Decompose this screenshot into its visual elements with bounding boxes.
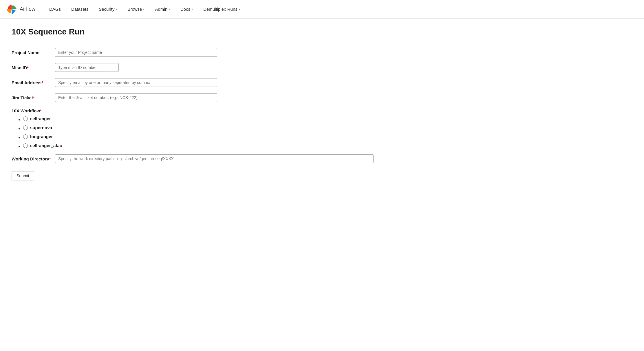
miso-id-row: Miso ID* [12,63,394,72]
working-directory-label: Working Directory* [12,156,52,161]
nav-docs[interactable]: Docs▾ [175,0,198,19]
project-name-input[interactable] [55,48,217,57]
admin-dropdown-arrow: ▾ [169,8,170,11]
nav-admin[interactable]: Admin▾ [150,0,175,19]
jira-ticket-row: Jira Ticket* [12,93,394,102]
nav-logo-text: Airflow [20,6,35,12]
project-name-row: Project Name [12,48,394,57]
jira-ticket-input[interactable] [55,93,217,102]
jira-ticket-label: Jira Ticket* [12,95,52,100]
workflow-longranger-option[interactable]: longranger [23,134,394,139]
list-item: cellranger [23,116,394,121]
miso-id-input[interactable] [55,63,119,72]
main-content: 10X Sequence Run Project Name Miso ID* E… [0,19,405,189]
list-item: longranger [23,134,394,139]
demultiplex-dropdown-arrow: ▾ [239,8,240,11]
nav-logo[interactable]: Airflow [6,3,35,15]
working-directory-row: Working Directory* [12,154,394,163]
nav-dags[interactable]: DAGs [44,0,66,19]
nav-browse[interactable]: Browse▾ [122,0,150,19]
project-name-label: Project Name [12,50,52,55]
list-item: cellranger_atac [23,143,394,148]
nav-demultiplex[interactable]: Demultiplex Runs▾ [198,0,245,19]
nav-menu: DAGs Datasets Security▾ Browse▾ Admin▾ D… [44,0,245,19]
page-title: 10X Sequence Run [12,27,394,36]
working-directory-input[interactable] [55,154,374,163]
workflow-supernova-radio[interactable] [23,125,28,130]
workflow-options: cellranger supernova longranger [12,116,394,148]
email-address-row: Email Address* [12,78,394,87]
workflow-cellranger-radio[interactable] [23,116,28,121]
nav-datasets[interactable]: Datasets [66,0,94,19]
email-address-label: Email Address* [12,80,52,85]
submit-row: Submit [12,169,394,180]
docs-dropdown-arrow: ▾ [191,8,193,11]
nav-security[interactable]: Security▾ [94,0,122,19]
list-item: supernova [23,125,394,130]
email-address-input[interactable] [55,78,217,87]
form: Project Name Miso ID* Email Address* Jir… [12,48,394,180]
security-dropdown-arrow: ▾ [116,8,117,11]
submit-button[interactable]: Submit [12,171,34,180]
workflow-cellranger-atac-radio[interactable] [23,143,28,148]
workflow-label: 10X Workflow* [12,108,394,113]
browse-dropdown-arrow: ▾ [143,8,144,11]
workflow-longranger-radio[interactable] [23,134,28,139]
workflow-row: 10X Workflow* cellranger supernova [12,108,394,148]
miso-id-label: Miso ID* [12,65,52,70]
workflow-cellranger-atac-option[interactable]: cellranger_atac [23,143,394,148]
airflow-logo-icon [6,3,17,15]
workflow-supernova-option[interactable]: supernova [23,125,394,130]
workflow-cellranger-option[interactable]: cellranger [23,116,394,121]
navbar: Airflow DAGs Datasets Security▾ Browse▾ … [0,0,644,19]
